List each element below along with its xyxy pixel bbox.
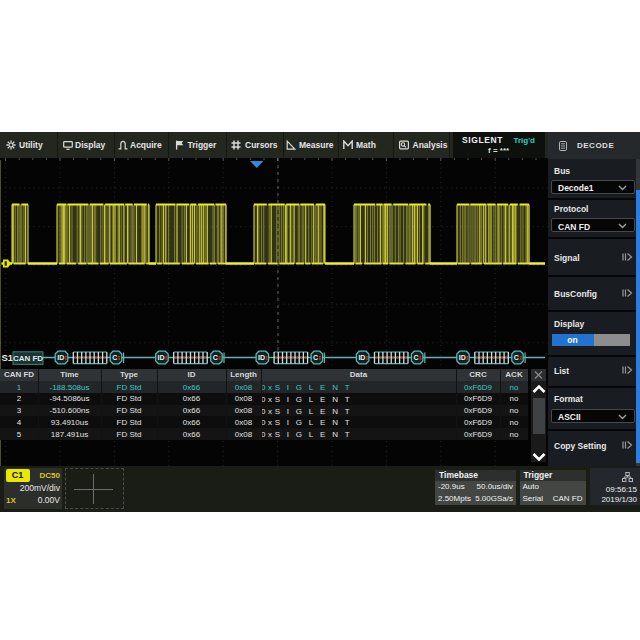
svg-text:ID: ID [358,354,365,361]
svg-text:C: C [213,354,218,361]
svg-text:ID: ID [57,354,64,361]
svg-text:C: C [313,354,318,361]
svg-text:C: C [514,354,519,361]
svg-text:CAN FD: CAN FD [13,354,43,363]
svg-text:ID: ID [459,354,466,361]
svg-text:C: C [112,354,117,361]
svg-text:C: C [413,354,418,361]
svg-text:ID: ID [258,354,265,361]
svg-text:ID: ID [158,354,165,361]
